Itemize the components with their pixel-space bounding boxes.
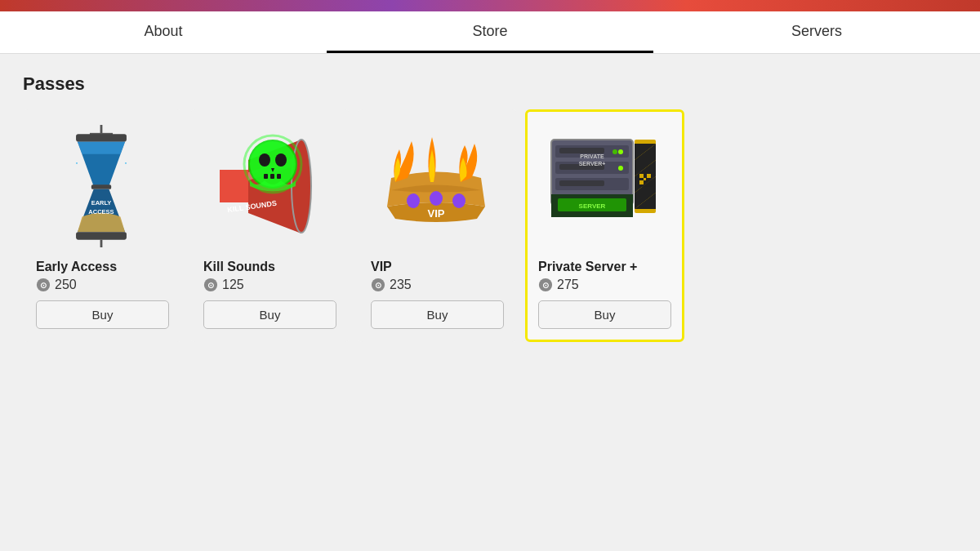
pass-name-early-access: Early Access [36,260,117,274]
svg-point-15 [259,153,270,167]
svg-text:ACCESS: ACCESS [88,208,114,216]
svg-rect-18 [270,174,274,179]
tabs-bar: About Store Servers [0,11,980,54]
pass-price-early-access: 250 [55,278,77,292]
pass-icon-kill-sounds: KILL SOUNDS [203,121,334,251]
main-content: Passes EARLY ACCESS [0,54,980,362]
svg-rect-51 [644,178,646,180]
buy-button-early-access[interactable]: Buy [36,300,169,329]
svg-rect-38 [559,148,604,153]
svg-point-24 [407,193,420,208]
pass-price-row-kill-sounds: ⊙125 [203,278,244,292]
pass-card-early-access: EARLY ACCESS Early Access ⊙250Buy [23,109,182,342]
svg-text:PRIVATE: PRIVATE [580,153,604,159]
pass-card-private-server: SERVER PRIVATE SERVER+ Private Server + … [525,109,684,342]
svg-point-14 [250,141,296,187]
pass-price-row-vip: ⊙235 [371,278,412,292]
robux-icon: ⊙ [371,278,385,292]
svg-point-36 [618,166,623,171]
top-banner [0,0,980,11]
svg-text:⊙: ⊙ [375,281,381,290]
svg-point-37 [612,149,617,154]
robux-icon: ⊙ [538,278,553,292]
pass-price-row-private-server: ⊙275 [538,278,579,292]
svg-text:⊙: ⊙ [40,281,47,290]
svg-rect-40 [559,180,604,186]
pass-name-kill-sounds: Kill Sounds [203,260,275,274]
passes-grid: EARLY ACCESS Early Access ⊙250Buy [23,109,957,342]
buy-button-private-server[interactable]: Buy [538,300,671,329]
svg-rect-17 [264,174,268,179]
svg-point-25 [430,191,443,206]
pass-price-private-server: 275 [557,278,579,292]
svg-rect-48 [639,174,644,178]
svg-rect-2 [76,134,127,141]
svg-text:SERVER+: SERVER+ [579,161,606,167]
pass-price-vip: 235 [390,278,412,292]
pass-price-row-early-access: ⊙250 [36,278,77,292]
svg-point-26 [452,193,466,208]
svg-point-35 [618,149,623,154]
robux-icon: ⊙ [36,278,51,292]
svg-text:⊙: ⊙ [542,281,549,290]
robux-icon: ⊙ [203,278,218,292]
tab-servers[interactable]: Servers [653,11,980,53]
svg-text:⊙: ⊙ [207,281,214,290]
pass-icon-early-access: EARLY ACCESS [36,121,167,251]
svg-point-16 [275,153,287,167]
svg-rect-50 [639,180,644,184]
svg-text:EARLY: EARLY [91,199,112,207]
svg-rect-49 [647,174,651,178]
svg-text:SERVER: SERVER [579,202,606,210]
pass-icon-vip: VIP [371,121,501,251]
pass-card-vip: VIP VIP ⊙235Buy [358,109,517,342]
pass-icon-private-server: SERVER PRIVATE SERVER+ [538,121,669,251]
tab-about[interactable]: About [0,11,327,53]
pass-name-vip: VIP [371,260,392,274]
svg-rect-4 [76,232,127,239]
svg-rect-19 [277,174,281,179]
pass-price-kill-sounds: 125 [222,278,244,292]
pass-card-kill-sounds: KILL SOUNDS Kill Sounds ⊙125Buy [190,109,350,342]
tab-store[interactable]: Store [327,11,653,53]
passes-section-title: Passes [23,73,957,95]
buy-button-kill-sounds[interactable]: Buy [203,300,336,329]
svg-rect-3 [91,184,111,189]
pass-name-private-server: Private Server + [538,260,637,274]
svg-text:VIP: VIP [428,207,445,220]
buy-button-vip[interactable]: Buy [371,300,504,329]
